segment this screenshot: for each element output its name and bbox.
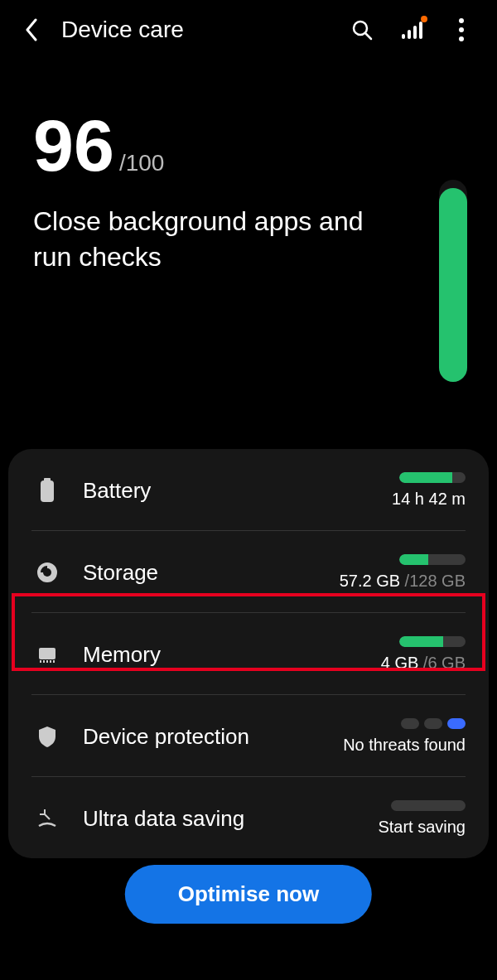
memory-icon <box>31 645 63 664</box>
row-storage[interactable]: Storage 57.2 GB /128 GB <box>31 530 466 612</box>
svg-rect-7 <box>41 480 54 502</box>
svg-rect-14 <box>50 660 51 663</box>
back-icon[interactable] <box>20 18 43 41</box>
svg-rect-12 <box>43 660 45 663</box>
storage-sub: 57.2 GB /128 GB <box>340 572 466 591</box>
ultra-label: Ultra data saving <box>83 806 333 832</box>
svg-rect-2 <box>402 34 405 39</box>
score-bar <box>439 180 467 382</box>
svg-point-9 <box>43 568 51 577</box>
svg-rect-5 <box>419 22 422 39</box>
signal-icon[interactable] <box>401 19 422 41</box>
protection-sub: No threats found <box>343 736 466 755</box>
svg-rect-3 <box>408 30 411 39</box>
protection-label: Device protection <box>83 724 333 750</box>
svg-line-1 <box>365 33 371 39</box>
storage-label: Storage <box>83 560 333 586</box>
score-value: 96 <box>33 109 114 182</box>
row-ultra[interactable]: Ultra data saving Start saving <box>31 776 466 858</box>
svg-rect-10 <box>39 648 55 659</box>
shield-icon <box>31 725 63 748</box>
memory-label: Memory <box>83 642 333 668</box>
page-title: Device care <box>61 17 351 43</box>
memory-sub: 4 GB /6 GB <box>381 654 466 673</box>
battery-label: Battery <box>83 478 333 504</box>
battery-icon <box>31 478 63 503</box>
metrics-card: Battery 14 h 42 m Storage 57.2 GB /128 G… <box>8 449 489 858</box>
data-saving-icon <box>31 808 63 829</box>
header: Device care <box>0 0 497 60</box>
ultra-bar <box>391 800 466 811</box>
battery-sub: 14 h 42 m <box>392 490 466 509</box>
svg-rect-4 <box>413 26 417 39</box>
storage-icon <box>31 562 63 583</box>
protection-dots <box>401 718 466 729</box>
score-section: 96/100 Close background apps and run che… <box>0 60 497 449</box>
optimise-button[interactable]: Optimise now <box>125 865 372 924</box>
storage-bar <box>399 554 466 565</box>
svg-rect-15 <box>53 660 55 663</box>
ultra-sub: Start saving <box>378 818 466 837</box>
search-icon[interactable] <box>351 19 373 41</box>
score-message: Close background apps and run checks <box>33 204 406 275</box>
score-max: /100 <box>119 150 165 176</box>
battery-bar <box>399 472 466 483</box>
memory-bar <box>399 636 466 647</box>
row-battery[interactable]: Battery 14 h 42 m <box>31 449 466 530</box>
svg-rect-11 <box>40 660 41 663</box>
row-protection[interactable]: Device protection No threats found <box>31 694 466 776</box>
notification-dot <box>421 16 427 22</box>
row-memory[interactable]: Memory 4 GB /6 GB <box>31 612 466 694</box>
more-icon[interactable] <box>451 19 472 41</box>
svg-rect-13 <box>46 660 48 663</box>
score-bar-fill <box>439 188 467 382</box>
